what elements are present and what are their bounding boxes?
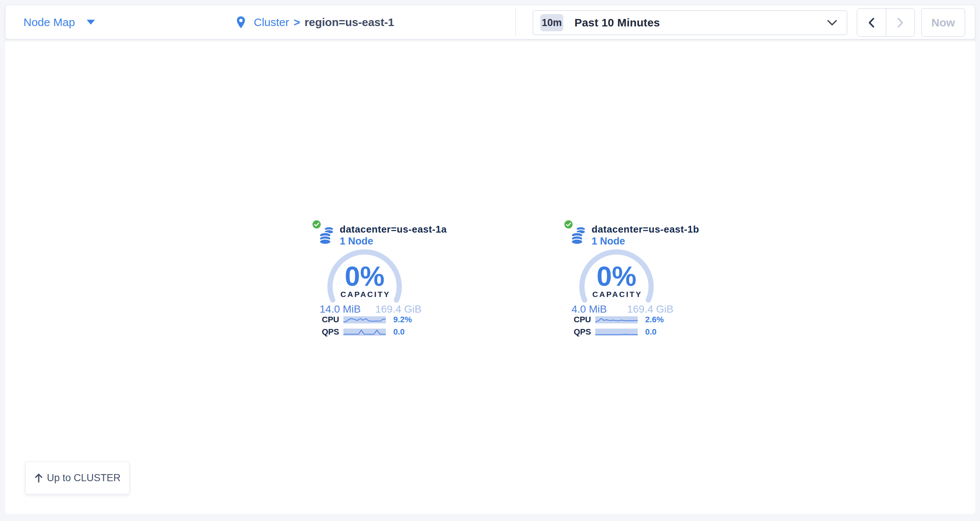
- capacity-percent: 0%: [597, 261, 636, 292]
- qps-metric-row: QPS 0.0: [574, 328, 657, 336]
- next-time-button[interactable]: [886, 8, 915, 37]
- breadcrumb-separator: >: [294, 16, 300, 29]
- time-step-controls: [857, 8, 915, 37]
- prev-time-button[interactable]: [857, 8, 886, 37]
- qps-label: QPS: [322, 327, 344, 337]
- capacity-values-row: 4.0 MiB 169.4 GiB: [571, 303, 673, 315]
- chevron-left-icon: [867, 17, 875, 28]
- cpu-sparkline: [344, 316, 386, 323]
- up-to-cluster-label: Up to CLUSTER: [47, 472, 121, 484]
- time-range-badge: 10m: [540, 14, 563, 31]
- qps-metric-row: QPS 0.0: [322, 328, 405, 336]
- capacity-label: CAPACITY: [340, 290, 390, 298]
- locality-card-us-east-1b[interactable]: datacenter=us-east-1b 1 Node 0% CAPACITY…: [550, 214, 676, 341]
- locality-title: datacenter=us-east-1b: [592, 224, 699, 235]
- qps-sparkline: [344, 328, 386, 336]
- capacity-total: 169.4 GiB: [627, 303, 673, 315]
- time-range-label: Past 10 Minutes: [574, 16, 660, 29]
- capacity-used: 4.0 MiB: [571, 303, 607, 315]
- capacity-used: 14.0 MiB: [320, 303, 361, 315]
- caret-down-icon: [87, 20, 95, 25]
- cpu-metric-row: CPU 9.2%: [322, 315, 412, 324]
- cpu-label: CPU: [322, 315, 344, 325]
- capacity-values-row: 14.0 MiB 169.4 GiB: [320, 303, 422, 315]
- up-to-cluster-button[interactable]: Up to CLUSTER: [25, 462, 129, 494]
- cpu-sparkline: [595, 316, 638, 323]
- qps-value: 0.0: [393, 327, 405, 337]
- locality-card-us-east-1a[interactable]: datacenter=us-east-1a 1 Node 0% CAPACITY…: [298, 214, 425, 341]
- capacity-percent: 0%: [345, 261, 385, 292]
- capacity-label: CAPACITY: [592, 290, 642, 298]
- breadcrumb: Cluster > region=us-east-1: [236, 5, 394, 39]
- capacity-total: 169.4 GiB: [375, 303, 422, 315]
- breadcrumb-cluster-link[interactable]: Cluster: [254, 16, 289, 29]
- qps-value: 0.0: [645, 327, 657, 337]
- view-selector-dropdown[interactable]: Node Map: [24, 5, 95, 39]
- databases-icon: [570, 225, 587, 244]
- databases-icon: [318, 225, 335, 244]
- up-arrow-icon: [34, 473, 43, 483]
- chevron-down-icon: [827, 20, 837, 26]
- header-bar: Node Map Cluster > region=us-east-1 10m …: [5, 5, 975, 40]
- cpu-value: 2.6%: [645, 315, 664, 325]
- node-map-canvas: datacenter=us-east-1a 1 Node 0% CAPACITY…: [5, 40, 975, 514]
- now-button[interactable]: Now: [921, 8, 965, 37]
- cpu-value: 9.2%: [393, 315, 412, 325]
- location-pin-icon: [236, 16, 245, 29]
- time-range-selector[interactable]: 10m Past 10 Minutes: [533, 10, 847, 35]
- view-selector-label: Node Map: [24, 16, 75, 29]
- qps-label: QPS: [574, 327, 595, 337]
- breadcrumb-current: region=us-east-1: [305, 16, 395, 29]
- chevron-right-icon: [896, 17, 904, 28]
- cpu-metric-row: CPU 2.6%: [574, 315, 664, 324]
- cpu-label: CPU: [574, 315, 595, 325]
- locality-title: datacenter=us-east-1a: [340, 224, 447, 235]
- qps-sparkline: [595, 328, 638, 336]
